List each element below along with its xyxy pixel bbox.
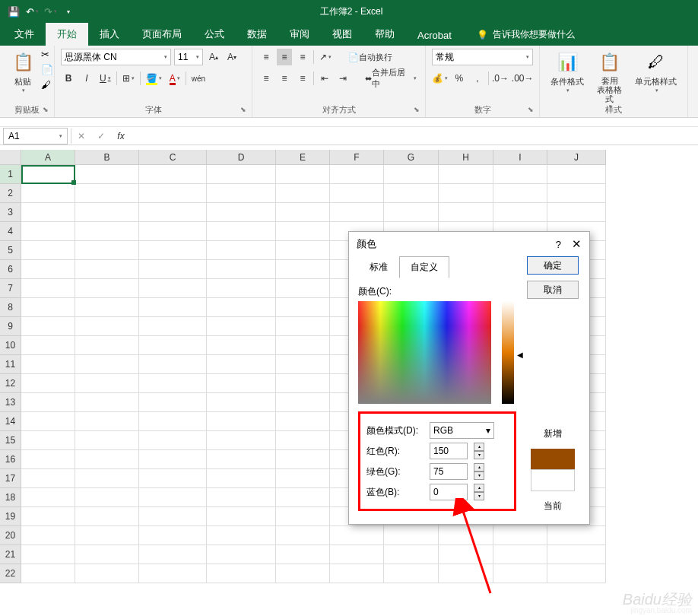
cell[interactable] — [21, 222, 75, 241]
cell[interactable] — [21, 203, 75, 222]
cell[interactable] — [139, 203, 207, 222]
tab-custom[interactable]: 自定义 — [399, 256, 449, 278]
cell[interactable] — [21, 564, 75, 583]
row-header-3[interactable]: 3 — [0, 203, 21, 222]
cell[interactable] — [75, 431, 139, 450]
cell[interactable] — [276, 260, 330, 279]
cell[interactable] — [276, 374, 330, 393]
cell[interactable] — [21, 355, 75, 374]
green-down[interactable]: ▾ — [474, 472, 484, 480]
cell[interactable] — [207, 203, 276, 222]
blue-input[interactable] — [430, 484, 468, 500]
tab-review[interactable]: 审阅 — [278, 23, 321, 46]
cell[interactable] — [21, 317, 75, 336]
red-up[interactable]: ▴ — [474, 443, 484, 451]
cell[interactable] — [21, 393, 75, 412]
cell[interactable] — [384, 184, 439, 203]
cell[interactable] — [75, 564, 139, 583]
cell[interactable] — [75, 203, 139, 222]
cell[interactable] — [75, 450, 139, 469]
row-header-18[interactable]: 18 — [0, 488, 21, 507]
cell[interactable] — [207, 412, 276, 431]
cell[interactable] — [384, 203, 439, 222]
tell-me[interactable]: 💡告诉我你想要做什么 — [471, 24, 581, 46]
red-down[interactable]: ▾ — [474, 451, 484, 459]
row-header-21[interactable]: 21 — [0, 545, 21, 564]
cell[interactable] — [75, 279, 139, 298]
tab-standard[interactable]: 标准 — [358, 256, 399, 278]
cell[interactable] — [139, 317, 207, 336]
cell[interactable] — [21, 488, 75, 507]
ok-button[interactable]: 确定 — [527, 256, 579, 275]
currency-button[interactable]: 💰▾ — [432, 70, 449, 87]
cell[interactable] — [493, 545, 547, 564]
cell[interactable] — [75, 412, 139, 431]
cell-styles-button[interactable]: 🖊 单元格样式 ▾ — [630, 49, 681, 95]
cell[interactable] — [276, 203, 330, 222]
cell[interactable] — [547, 184, 606, 203]
cell[interactable] — [276, 241, 330, 260]
align-middle-icon[interactable]: ≡ — [277, 49, 292, 65]
cell[interactable] — [276, 526, 330, 545]
cell[interactable] — [21, 412, 75, 431]
cell[interactable] — [139, 184, 207, 203]
cell[interactable] — [139, 165, 207, 184]
cell[interactable] — [21, 165, 75, 184]
row-header-9[interactable]: 9 — [0, 317, 21, 336]
cell[interactable] — [75, 260, 139, 279]
row-header-10[interactable]: 10 — [0, 336, 21, 355]
cell[interactable] — [207, 393, 276, 412]
cell[interactable] — [207, 165, 276, 184]
cell[interactable] — [330, 203, 384, 222]
font-color-button[interactable]: A▾ — [167, 70, 182, 87]
tab-view[interactable]: 视图 — [321, 23, 363, 46]
cell[interactable] — [139, 298, 207, 317]
cell[interactable] — [276, 450, 330, 469]
bold-button[interactable]: B — [61, 70, 76, 87]
row-header-2[interactable]: 2 — [0, 184, 21, 203]
cell[interactable] — [21, 450, 75, 469]
select-all-corner[interactable] — [0, 150, 21, 165]
cell[interactable] — [75, 374, 139, 393]
cell[interactable] — [207, 298, 276, 317]
cell[interactable] — [21, 260, 75, 279]
align-left-icon[interactable]: ≡ — [259, 70, 274, 87]
align-top-icon[interactable]: ≡ — [259, 49, 274, 65]
col-header-I[interactable]: I — [493, 150, 547, 165]
cell[interactable] — [276, 564, 330, 583]
cell[interactable] — [21, 241, 75, 260]
cell[interactable] — [21, 431, 75, 450]
clipboard-launcher[interactable]: ⬊ — [43, 106, 52, 115]
luminance-pointer[interactable]: ◀ — [517, 351, 523, 359]
italic-button[interactable]: I — [79, 70, 94, 87]
tab-data[interactable]: 数据 — [236, 23, 278, 46]
cell[interactable] — [547, 165, 606, 184]
cell[interactable] — [21, 336, 75, 355]
tab-acrobat[interactable]: Acrobat — [406, 25, 463, 46]
cell[interactable] — [75, 526, 139, 545]
cell[interactable] — [75, 317, 139, 336]
cell[interactable] — [493, 165, 547, 184]
cell[interactable] — [207, 526, 276, 545]
cell[interactable] — [139, 412, 207, 431]
tab-formulas[interactable]: 公式 — [193, 23, 236, 46]
cell[interactable] — [276, 279, 330, 298]
number-launcher[interactable]: ⬊ — [528, 106, 537, 115]
row-header-16[interactable]: 16 — [0, 450, 21, 469]
cell[interactable] — [330, 526, 384, 545]
name-box[interactable]: A1▾ — [3, 128, 68, 144]
cell[interactable] — [207, 431, 276, 450]
cell[interactable] — [207, 564, 276, 583]
cell[interactable] — [139, 260, 207, 279]
col-header-A[interactable]: A — [21, 150, 75, 165]
font-name-select[interactable]: 思源黑体 CN▾ — [61, 49, 171, 65]
cut-icon[interactable]: ✂ — [41, 49, 55, 62]
red-input[interactable] — [430, 443, 468, 459]
cell[interactable] — [139, 488, 207, 507]
cell[interactable] — [439, 545, 493, 564]
cell[interactable] — [75, 545, 139, 564]
row-header-22[interactable]: 22 — [0, 564, 21, 583]
table-format-button[interactable]: 📋 套用 表格格式 ▾ — [592, 49, 627, 111]
align-right-icon[interactable]: ≡ — [295, 70, 310, 87]
borders-button[interactable]: ⊞▾ — [120, 70, 137, 87]
